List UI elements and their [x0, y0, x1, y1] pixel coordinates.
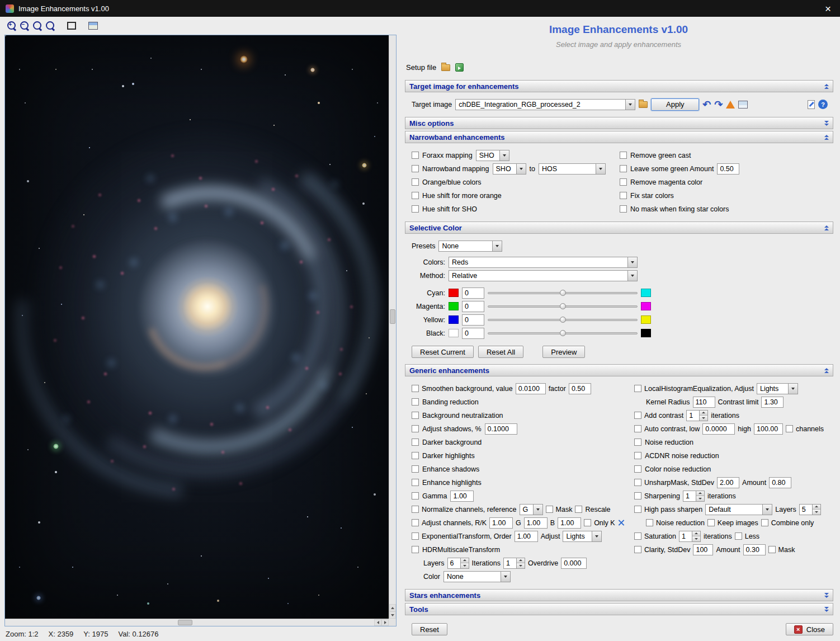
- combine-only-checkbox[interactable]: [761, 519, 768, 526]
- hue-shift-sho-checkbox[interactable]: [412, 205, 419, 213]
- add-contrast-spinner[interactable]: 1: [686, 410, 708, 421]
- unsharp-mask-checkbox[interactable]: [634, 479, 641, 486]
- orange-blue-checkbox[interactable]: [412, 178, 419, 186]
- hdr-multiscale-checkbox[interactable]: [412, 546, 419, 553]
- saturation-value[interactable]: 1: [679, 531, 692, 542]
- load-setup-icon[interactable]: [455, 63, 464, 72]
- target-image-select[interactable]: chDBE_Integration_RGB_processed_2: [455, 99, 635, 110]
- background-neutralization-checkbox[interactable]: [412, 412, 419, 419]
- screen-transfer-icon[interactable]: [88, 22, 98, 30]
- zoom-actual-icon[interactable]: [32, 21, 43, 31]
- smoothen-value-field[interactable]: 0.0100: [516, 383, 546, 394]
- hp-layers-value[interactable]: 5: [799, 504, 813, 515]
- sharpening-value[interactable]: 1: [683, 491, 696, 502]
- vertical-scrollbar[interactable]: [389, 35, 396, 619]
- collapse-icon[interactable]: [824, 368, 829, 373]
- spin-up-icon[interactable]: [461, 558, 469, 563]
- unsharp-stddev-field[interactable]: 2.00: [717, 477, 739, 488]
- high-pass-mode-select[interactable]: Default: [705, 504, 772, 515]
- darker-background-checkbox[interactable]: [412, 439, 419, 446]
- adjust-r-field[interactable]: 1.00: [489, 517, 513, 529]
- saturation-checkbox[interactable]: [634, 532, 641, 540]
- gamma-field[interactable]: 1.00: [450, 491, 474, 502]
- exponential-transform-checkbox[interactable]: [412, 532, 419, 540]
- slider-thumb[interactable]: [560, 317, 566, 323]
- scroll-right-icon[interactable]: [381, 619, 389, 626]
- reset-button[interactable]: Reset: [412, 623, 447, 635]
- spin-down-icon[interactable]: [700, 415, 707, 421]
- collapse-icon[interactable]: [824, 135, 829, 140]
- smoothen-background-checkbox[interactable]: [412, 385, 419, 392]
- horizontal-scrollbar[interactable]: [5, 619, 389, 626]
- presets-select[interactable]: None: [438, 241, 502, 252]
- collapse-icon[interactable]: [824, 225, 829, 230]
- color-noise-checkbox[interactable]: [634, 465, 641, 473]
- auto-contrast-checkbox[interactable]: [634, 425, 641, 432]
- exponential-order-field[interactable]: 1.00: [515, 531, 538, 542]
- factor-field[interactable]: 0.50: [569, 383, 591, 394]
- narrowband-from-select[interactable]: SHO: [493, 163, 526, 175]
- remove-green-checkbox[interactable]: [620, 152, 627, 159]
- magenta-value-field[interactable]: 0: [462, 301, 484, 312]
- vertical-scrollbar-thumb[interactable]: [390, 309, 395, 324]
- zoom-in-icon[interactable]: [7, 21, 17, 31]
- spin-up-icon[interactable]: [813, 505, 820, 510]
- exponential-adjust-select[interactable]: Lights: [563, 531, 602, 542]
- spin-down-icon[interactable]: [696, 496, 704, 501]
- help-icon[interactable]: ?: [818, 100, 828, 109]
- clarity-checkbox[interactable]: [634, 546, 641, 553]
- open-setup-file-icon[interactable]: [441, 64, 450, 71]
- window-close-button[interactable]: ×: [822, 3, 834, 14]
- banding-reduction-checkbox[interactable]: [412, 398, 419, 406]
- browse-image-icon[interactable]: [639, 101, 648, 108]
- new-preview-icon[interactable]: [67, 22, 76, 30]
- warning-icon[interactable]: [726, 101, 735, 109]
- reset-current-button[interactable]: Reset Current: [412, 346, 474, 358]
- normalize-mask-checkbox[interactable]: [546, 506, 553, 513]
- hue-shift-orange-checkbox[interactable]: [412, 192, 419, 199]
- high-pass-sharpen-checkbox[interactable]: [634, 506, 641, 513]
- clarity-amount-field[interactable]: 0.30: [743, 544, 766, 555]
- remove-magenta-checkbox[interactable]: [620, 178, 627, 186]
- sharpening-spinner[interactable]: 1: [683, 491, 705, 502]
- saturation-spinner[interactable]: 1: [679, 531, 701, 542]
- lhe-checkbox[interactable]: [634, 385, 641, 392]
- black-value-field[interactable]: 0: [462, 328, 484, 339]
- section-tools-header[interactable]: Tools: [405, 603, 833, 615]
- spin-down-icon[interactable]: [461, 563, 469, 568]
- spin-down-icon[interactable]: [813, 509, 820, 515]
- add-contrast-checkbox[interactable]: [634, 412, 641, 419]
- spin-up-icon[interactable]: [700, 411, 707, 416]
- expand-icon[interactable]: [824, 607, 829, 612]
- layers-value[interactable]: 6: [447, 558, 461, 569]
- slider-thumb[interactable]: [560, 303, 566, 309]
- horizontal-scrollbar-thumb[interactable]: [178, 620, 192, 625]
- auto-contrast-high-field[interactable]: 100.00: [754, 423, 783, 435]
- zoom-fit-icon[interactable]: [45, 21, 55, 31]
- expand-icon[interactable]: [824, 593, 829, 598]
- hp-layers-spinner[interactable]: 5: [799, 504, 821, 515]
- reset-all-button[interactable]: Reset All: [478, 346, 523, 358]
- foraxx-mapping-select[interactable]: SHO: [476, 150, 509, 161]
- redo-icon[interactable]: ↷: [714, 100, 723, 110]
- keep-images-checkbox[interactable]: [707, 519, 715, 526]
- edit-script-icon[interactable]: [808, 100, 815, 109]
- section-selective-header[interactable]: Selective Color: [405, 221, 833, 234]
- section-misc-header[interactable]: Misc options: [405, 117, 833, 129]
- clarity-stddev-field[interactable]: 100: [693, 544, 713, 555]
- scroll-up-icon[interactable]: [389, 604, 396, 611]
- scroll-down-icon[interactable]: [389, 611, 396, 619]
- no-mask-star-colors-checkbox[interactable]: [620, 205, 627, 213]
- spin-down-icon[interactable]: [692, 536, 700, 541]
- close-button[interactable]: × Close: [786, 623, 833, 635]
- spin-up-icon[interactable]: [696, 491, 704, 496]
- darker-highlights-checkbox[interactable]: [412, 452, 419, 459]
- hdr-color-select[interactable]: None: [443, 571, 511, 582]
- kernel-radius-field[interactable]: 110: [693, 397, 715, 408]
- unsharp-amount-field[interactable]: 0.80: [769, 477, 791, 488]
- iterations-value[interactable]: 1: [503, 558, 517, 569]
- colors-select[interactable]: Reds: [449, 257, 638, 268]
- section-narrowband-header[interactable]: Narrowband enhancements: [405, 131, 833, 143]
- section-target-header[interactable]: Target image for enhancements: [405, 80, 833, 92]
- fix-star-colors-checkbox[interactable]: [620, 192, 627, 199]
